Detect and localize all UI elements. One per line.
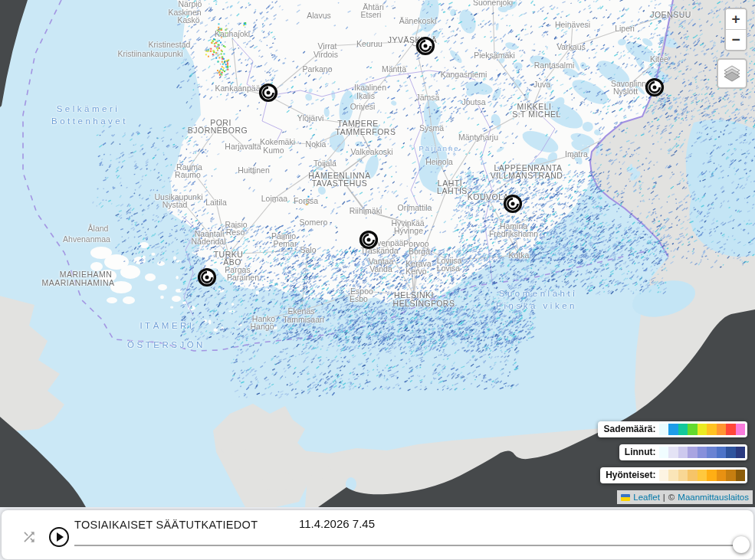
zoom-out-button[interactable]: −: [726, 30, 746, 50]
timeline-slider-track[interactable]: [74, 545, 741, 546]
legend-swatch: [659, 447, 669, 458]
layers-button[interactable]: [717, 58, 747, 89]
legend-swatch: [698, 424, 707, 435]
legend-swatch: [707, 447, 717, 458]
radar-station-marker[interactable]: [415, 35, 436, 57]
legend-swatch: [726, 470, 736, 481]
radar-station-marker[interactable]: [196, 267, 218, 288]
play-button[interactable]: [49, 527, 69, 547]
legend-swatch: [668, 424, 678, 435]
legend-swatch: [726, 424, 736, 435]
leaflet-link[interactable]: Leaflet: [633, 493, 660, 502]
legend-swatch: [659, 470, 669, 481]
radar-station-marker[interactable]: [502, 193, 524, 215]
legend-swatch: [678, 447, 688, 458]
legend-swatch: [668, 447, 678, 458]
legend-swatch: [707, 424, 717, 435]
legend-swatch: [717, 424, 727, 435]
legend-swatch: [688, 447, 698, 458]
legend-insects: Hyönteiset:: [600, 467, 747, 483]
layers-icon: [723, 64, 741, 83]
shuffle-disabled-icon[interactable]: [21, 529, 37, 545]
timeline-slider-handle[interactable]: [733, 536, 750, 553]
radar-station-marker[interactable]: [258, 82, 279, 103]
timeline-title: TOSIAIKAISET SÄÄTUTKATIEDOT: [74, 519, 258, 531]
attribution-separator: |: [663, 493, 665, 502]
copyright-symbol: ©: [668, 493, 675, 502]
provider-link[interactable]: Maanmittauslaitos: [678, 493, 749, 502]
legend-label: Sademäärä:: [603, 424, 655, 435]
play-icon: [57, 532, 64, 542]
zoom-control: + −: [724, 8, 747, 51]
timeline-datetime: 11.4.2026 7.45: [299, 517, 375, 530]
legend-swatch: [736, 447, 746, 458]
legend-swatch: [736, 424, 746, 435]
zoom-in-button[interactable]: +: [726, 9, 746, 30]
legend-swatch: [659, 424, 669, 435]
radar-station-marker[interactable]: [644, 77, 665, 98]
map-container: NärpiöKaskinenKasköKauhajokiKristinestad…: [0, 0, 755, 507]
legend-rain: Sademäärä:: [598, 421, 747, 437]
map-attribution: Leaflet | © Maanmittauslaitos: [617, 490, 753, 504]
legend-birds: Linnut:: [619, 444, 747, 460]
legend-swatch: [688, 424, 698, 435]
legend-swatch: [698, 447, 707, 458]
legend-swatch: [698, 470, 707, 481]
ukraine-flag-icon: [621, 494, 630, 501]
legend-swatch: [678, 424, 688, 435]
legend-swatch: [668, 470, 678, 481]
radar-station-marker[interactable]: [358, 229, 379, 251]
legend-swatch: [726, 447, 736, 458]
timeline-bar: TOSIAIKAISET SÄÄTUTKATIEDOT 11.4.2026 7.…: [2, 510, 753, 559]
weather-radar-app: NärpiöKaskinenKasköKauhajokiKristinestad…: [0, 0, 755, 560]
legend-swatch: [736, 470, 746, 481]
legend-swatch: [717, 470, 727, 481]
legend-swatch: [707, 470, 717, 481]
legend-label: Hyönteiset:: [606, 470, 655, 481]
legend-swatch: [688, 470, 698, 481]
legend-swatch: [678, 470, 688, 481]
legend-label: Linnut:: [625, 447, 656, 458]
legend-swatch: [717, 447, 727, 458]
